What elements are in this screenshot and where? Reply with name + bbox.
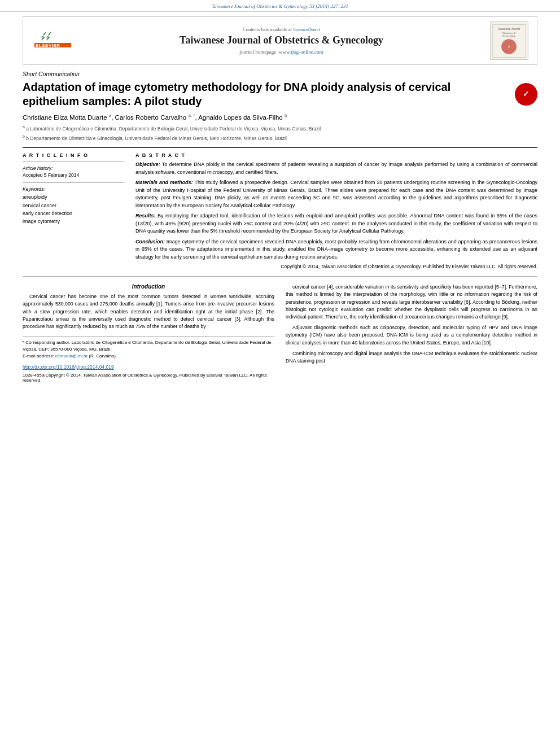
svg-text:Gynecology: Gynecology xyxy=(502,34,515,37)
authors: Christiane Eliza Motta Duarte a, Carlos … xyxy=(23,113,537,121)
results-text: By employing the adapted tool, identific… xyxy=(135,213,537,234)
keywords-section: Keywords: aneuploidy cervical cancer ear… xyxy=(23,186,124,226)
keyword-2: cervical cancer xyxy=(23,202,124,209)
keyword-4: image cytometry xyxy=(23,217,124,225)
info-abstract-section: A R T I C L E I N F O Article history: A… xyxy=(23,152,537,269)
svg-marker-3 xyxy=(46,32,52,41)
history-label: Article history: xyxy=(23,165,124,171)
footnote-corresponding: * Corresponding author. Laboratório de C… xyxy=(23,339,274,353)
info-divider-2 xyxy=(23,182,124,183)
body-para-right-3: Combining microscopy and digital image a… xyxy=(286,350,537,365)
sciencedirect-link-text[interactable]: ScienceDirect xyxy=(293,27,320,32)
abstract-copyright: Copyright © 2014, Taiwan Association of … xyxy=(135,264,537,269)
publisher-logo-area: ELSEVIER xyxy=(30,33,75,49)
abstract-methods: Materials and methods: This study follow… xyxy=(135,179,537,209)
body-section: Introduction Cervical cancer has become … xyxy=(23,283,537,383)
info-divider xyxy=(23,161,124,162)
body-para-right-1: cervical cancer [4], considerable variat… xyxy=(286,283,537,321)
journal-url[interactable]: www.tjog-online.com xyxy=(279,49,323,55)
keyword-3: early cancer detection xyxy=(23,209,124,217)
issn-text: 1028-4559/Copyright © 2014, Taiwan Assoc… xyxy=(23,373,274,383)
article-history: Article history: Accepted 5 February 201… xyxy=(23,165,124,178)
objective-text: To determine DNA ploidy in the cervical … xyxy=(135,161,537,175)
footnote-section: * Corresponding author. Laboratório de C… xyxy=(23,336,274,360)
intro-para-1: Cervical cancer has become one of the mo… xyxy=(23,293,274,330)
svg-text:♀: ♀ xyxy=(506,43,510,50)
crossmark-badge[interactable]: ✓ xyxy=(515,83,537,106)
section-divider xyxy=(23,276,537,277)
journal-homepage: journal homepage: www.tjog-online.com xyxy=(81,49,482,55)
accepted-date: Accepted 5 February 2014 xyxy=(23,172,124,178)
journal-thumbnail: Taiwanese Journal Obstetrics & Gynecolog… xyxy=(488,21,530,60)
affiliation-a: a a Laboratório de Citogenética e Citome… xyxy=(23,124,537,133)
body-para-right-2: Adjuvant diagnostic methods such as colp… xyxy=(286,324,537,347)
journal-cover-image: Taiwanese Journal Obstetrics & Gynecolog… xyxy=(490,21,528,60)
email-link[interactable]: ccarvalh@ufv.br xyxy=(55,353,88,359)
svg-text:ELSEVIER: ELSEVIER xyxy=(36,43,60,48)
journal-header: ELSEVIER Contents lists available at Sci… xyxy=(23,16,537,65)
keyword-1: aneuploidy xyxy=(23,193,124,201)
body-right-col: cervical cancer [4], considerable variat… xyxy=(286,283,537,383)
article-title-area: Adaptation of image cytometry methodolog… xyxy=(23,80,537,108)
affiliation-b: b b Departamento de Obstetrícia e Gineco… xyxy=(23,134,537,142)
article-info-heading: A R T I C L E I N F O xyxy=(23,152,124,158)
methods-text: This study followed a prospective design… xyxy=(135,180,537,208)
elsevier-logo: ELSEVIER xyxy=(33,33,72,49)
svg-text:Obstetrics &: Obstetrics & xyxy=(502,31,515,34)
abstract-heading: A B S T R A C T xyxy=(135,152,537,158)
doi-link[interactable]: http://dx.doi.org/10.1016/j.tjog.2014.04… xyxy=(23,364,274,370)
crossmark-icon: ✓ xyxy=(523,89,530,99)
abstract-column: A B S T R A C T Objective: To determine … xyxy=(135,152,537,269)
footnote-email: E-mail address: ccarvalh@ufv.br (R. Carv… xyxy=(23,353,274,360)
keywords-label: Keywords: xyxy=(23,186,124,192)
svg-text:Taiwanese Journal: Taiwanese Journal xyxy=(497,27,519,30)
objective-label: Objective: xyxy=(135,161,160,167)
article-title-text: Adaptation of image cytometry methodolog… xyxy=(23,80,515,108)
abstract-objective: Objective: To determine DNA ploidy in th… xyxy=(135,161,537,176)
svg-marker-2 xyxy=(41,32,47,41)
section-type: Short Communication xyxy=(23,71,537,77)
article-info-column: A R T I C L E I N F O Article history: A… xyxy=(23,152,124,269)
sciencedirect-notice: Contents lists available at ScienceDirec… xyxy=(81,27,482,32)
affiliations: a a Laboratório de Citogenética e Citome… xyxy=(23,124,537,142)
conclusion-text: Image cytometry of the cervical specimen… xyxy=(135,239,537,260)
journal-citation: Taiwanese Journal of Obstetrics & Gyneco… xyxy=(212,3,348,9)
header-divider xyxy=(23,147,537,148)
journal-top-bar: Taiwanese Journal of Obstetrics & Gyneco… xyxy=(0,0,560,12)
results-label: Results: xyxy=(135,213,156,219)
abstract-conclusion: Conclusion: Image cytometry of the cervi… xyxy=(135,238,537,261)
methods-label: Materials and methods: xyxy=(135,180,193,185)
body-left-col: Introduction Cervical cancer has become … xyxy=(23,283,274,383)
journal-title: Taiwanese Journal of Obstetrics & Gyneco… xyxy=(81,34,482,47)
conclusion-label: Conclusion: xyxy=(135,239,165,244)
intro-heading: Introduction xyxy=(23,283,274,290)
journal-header-center: Contents lists available at ScienceDirec… xyxy=(75,27,488,55)
abstract-results: Results: By employing the adapted tool, … xyxy=(135,212,537,235)
article-content: Short Communication Adaptation of image … xyxy=(0,71,560,383)
